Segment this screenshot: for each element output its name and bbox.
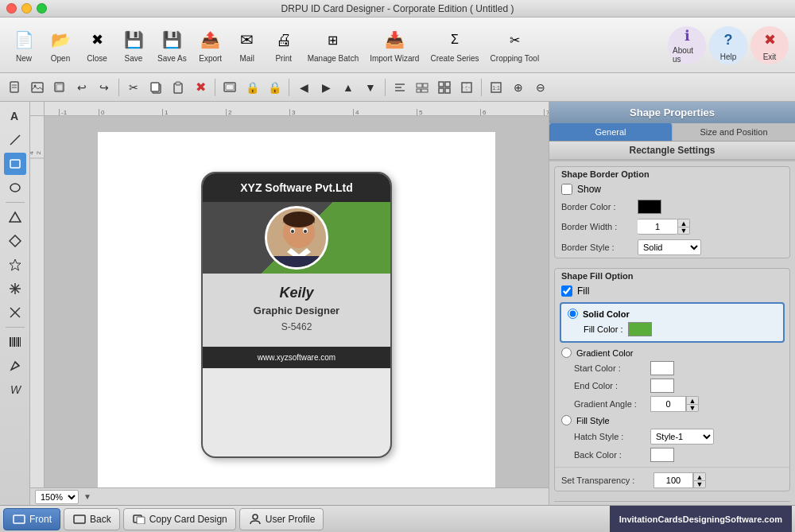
canvas-content[interactable]: XYZ Software Pvt.Ltd <box>45 116 549 487</box>
solid-color-radio[interactable] <box>568 309 578 319</box>
wordart-tool-button[interactable]: W <box>4 379 26 401</box>
fill-checkbox[interactable] <box>561 285 572 297</box>
star-tool-button[interactable] <box>4 254 26 276</box>
border-width-up[interactable]: ▲ <box>677 219 690 227</box>
window-controls[interactable] <box>6 3 47 14</box>
tb2-sep4 <box>385 79 386 96</box>
tb2-lock2-icon[interactable]: 🔒 <box>264 77 285 98</box>
help-button[interactable]: ? Help <box>709 26 747 64</box>
save-button[interactable]: 💾 Save <box>116 24 151 66</box>
tb2-copy-icon[interactable] <box>145 77 166 98</box>
tb2-zoom-fit-icon[interactable]: 1:1 <box>486 77 506 98</box>
show-border-checkbox[interactable] <box>561 184 572 195</box>
zoom-label: ▼ <box>83 492 91 501</box>
cropping-tool-button[interactable]: ✂ Cropping Tool <box>486 24 545 66</box>
close-button[interactable]: ✖ Close <box>80 24 114 66</box>
border-color-swatch[interactable] <box>638 200 661 214</box>
gradient-angle-up[interactable]: ▲ <box>686 396 699 404</box>
user-profile-button[interactable]: User Profile <box>239 508 324 530</box>
create-series-button[interactable]: Σ Create Series <box>425 24 483 66</box>
diamond-tool-button[interactable] <box>4 230 26 252</box>
end-color-swatch[interactable] <box>650 379 674 393</box>
exit-button[interactable]: ✖ Exit <box>750 26 789 64</box>
about-us-button[interactable]: ℹ About us <box>668 26 706 64</box>
export-button[interactable]: 📤 Export <box>193 24 228 66</box>
bottom-bar: Front Back Copy Card Design User Profile… <box>0 505 795 532</box>
gradient-angle-down[interactable]: ▼ <box>686 404 699 412</box>
tb2-zoom-in-icon[interactable]: ⊕ <box>508 77 529 98</box>
tb2-copy2-icon[interactable] <box>219 77 240 98</box>
barcode-tool-button[interactable] <box>4 331 26 353</box>
front-tab-button[interactable]: Front <box>3 508 60 530</box>
copy-card-design-button[interactable]: Copy Card Design <box>123 508 236 530</box>
transparency-down[interactable]: ▼ <box>693 480 706 488</box>
print-icon: 🖨 <box>271 27 297 52</box>
tb2-left-icon[interactable]: ◀ <box>293 77 314 98</box>
save-as-button[interactable]: 💾 Save As <box>153 24 192 66</box>
minimize-window-button[interactable] <box>21 3 32 14</box>
ellipse-tool-button[interactable] <box>4 177 26 199</box>
back-color-swatch[interactable] <box>650 448 674 462</box>
gradient-color-radio[interactable] <box>561 348 572 358</box>
tb2-sep5 <box>481 79 482 96</box>
hatch-style-select[interactable]: Style-1 Style-2 Style-3 <box>650 429 714 445</box>
start-color-swatch[interactable] <box>650 361 674 375</box>
border-style-label: Border Style : <box>561 243 633 252</box>
rectangle-tool-button[interactable] <box>4 153 26 175</box>
tb2-down-icon[interactable]: ▼ <box>360 77 381 98</box>
back-tab-button[interactable]: Back <box>64 508 120 530</box>
tb2-snap-icon[interactable] <box>456 77 477 98</box>
transparency-up[interactable]: ▲ <box>693 472 706 480</box>
tab-general[interactable]: General <box>549 123 673 141</box>
fill-color-row: Fill Color : <box>564 320 780 338</box>
gradient-angle-label: Gradient Angle : <box>574 399 646 409</box>
tb2-grid-icon[interactable] <box>434 77 455 98</box>
border-width-down[interactable]: ▼ <box>677 227 690 235</box>
fill-style-radio[interactable] <box>561 415 572 425</box>
svg-marker-35 <box>10 259 21 270</box>
tb2-undo-icon[interactable]: ↩ <box>72 77 92 98</box>
new-button[interactable]: 📄 New <box>6 24 41 66</box>
new-icon: 📄 <box>11 27 37 52</box>
tb2-image-icon[interactable] <box>27 77 48 98</box>
tb2-align-center-icon[interactable] <box>412 77 432 98</box>
right-panel-header: Shape Properties <box>549 102 795 123</box>
tb2-page-icon[interactable] <box>5 77 25 98</box>
tb2-redo-icon[interactable]: ↪ <box>94 77 114 98</box>
mail-button[interactable]: ✉ Mail <box>230 24 265 66</box>
fill-color-swatch[interactable] <box>628 322 652 336</box>
tb2-zoom-out-icon[interactable]: ⊖ <box>530 77 551 98</box>
tb2-right-icon[interactable]: ▶ <box>316 77 336 98</box>
open-icon: 📂 <box>48 27 73 52</box>
transparency-input[interactable] <box>653 472 693 488</box>
border-style-select[interactable]: Solid Dashed Dotted <box>638 239 701 255</box>
back-color-label: Back Color : <box>574 450 646 460</box>
cross-tool-button[interactable] <box>4 301 26 324</box>
tb2-delete-icon[interactable]: ✖ <box>190 77 211 98</box>
tb2-up-icon[interactable]: ▲ <box>338 77 359 98</box>
save-as-icon: 💾 <box>159 27 184 52</box>
close-window-button[interactable] <box>6 3 17 14</box>
triangle-tool-button[interactable] <box>4 206 26 228</box>
snowflake-tool-button[interactable] <box>4 278 26 300</box>
import-wizard-button[interactable]: 📥 Import Wizard <box>365 24 424 66</box>
zoom-select[interactable]: 150% 100% 200% 75% <box>35 490 79 504</box>
gradient-angle-input[interactable] <box>650 396 686 412</box>
maximize-window-button[interactable] <box>37 3 47 14</box>
tb2-paste-icon[interactable] <box>168 77 188 98</box>
open-button[interactable]: 📂 Open <box>43 24 78 66</box>
tb2-lock-icon[interactable]: 🔒 <box>242 77 262 98</box>
text-tool-button[interactable]: A <box>4 105 26 127</box>
pen-tool-button[interactable] <box>4 355 26 377</box>
line-tool-button[interactable] <box>4 129 26 151</box>
exit-icon: ✖ <box>757 29 782 51</box>
print-button[interactable]: 🖨 Print <box>266 24 301 66</box>
tb2-layers-icon[interactable] <box>49 77 70 98</box>
tab-size-position[interactable]: Size and Position <box>673 123 795 141</box>
manage-batch-button[interactable]: ⊞ Manage Batch <box>303 24 364 66</box>
save-as-label: Save As <box>157 54 187 63</box>
zoom-bar: 150% 100% 200% 75% ▼ <box>30 487 549 505</box>
tb2-align-left-icon[interactable] <box>390 77 410 98</box>
tb2-cut-icon[interactable]: ✂ <box>123 77 144 98</box>
border-width-input[interactable] <box>638 219 677 235</box>
